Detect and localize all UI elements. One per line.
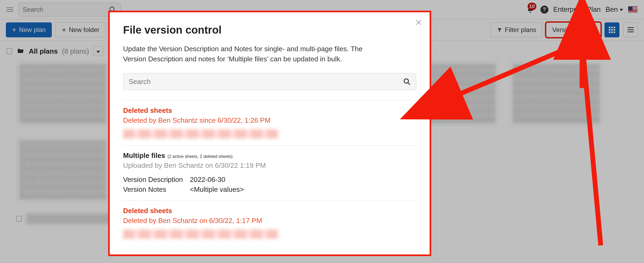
modal-search[interactable] xyxy=(123,73,416,90)
redacted-filename xyxy=(123,129,278,138)
section-subtitle: Deleted by Ben Schantz on 6/30/22, 1:17 … xyxy=(123,217,416,225)
redacted-filename xyxy=(123,230,278,239)
section-counts: (2 active sheets, 2 deleted sheets) xyxy=(167,154,233,159)
modal-description: Update the Version Description and Notes… xyxy=(123,44,385,64)
version-control-modal: File version control Update the Version … xyxy=(108,11,431,256)
version-desc-value: 2022-06-30 xyxy=(190,176,416,184)
modal-search-input[interactable] xyxy=(129,78,403,86)
section-subtitle: Uploaded by Ben Schantz on 6/30/22 1:19 … xyxy=(123,161,416,170)
version-section-deleted[interactable]: Deleted sheets Deleted by Ben Schantz si… xyxy=(123,101,416,145)
svg-point-4 xyxy=(404,79,409,83)
section-subtitle: Deleted by Ben Schantz since 6/30/22, 1:… xyxy=(123,116,416,125)
version-notes-value: <Multiple values> xyxy=(190,185,416,194)
section-title: Deleted sheets xyxy=(123,207,416,215)
version-notes-label: Version Notes xyxy=(123,185,190,194)
close-icon xyxy=(415,19,422,26)
version-section-file[interactable]: Multiple files (2 active sheets, 2 delet… xyxy=(123,146,416,201)
version-metadata: Version Description 2022-06-30 Version N… xyxy=(123,176,416,194)
search-icon xyxy=(403,78,411,85)
modal-title: File version control xyxy=(123,24,416,36)
section-title: Multiple files xyxy=(123,152,165,160)
section-title: Deleted sheets xyxy=(123,106,416,115)
version-desc-label: Version Description xyxy=(123,176,190,184)
close-button[interactable] xyxy=(415,18,422,28)
version-section-deleted[interactable]: Deleted sheets Deleted by Ben Schantz on… xyxy=(123,201,416,246)
svg-line-5 xyxy=(408,83,410,85)
